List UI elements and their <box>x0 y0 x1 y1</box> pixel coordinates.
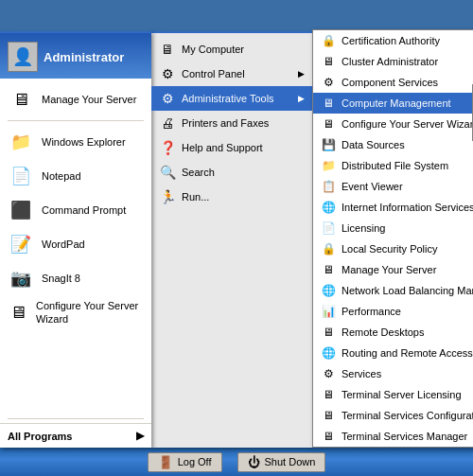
icon-help-support: ❓ <box>159 139 176 156</box>
all-programs-button[interactable]: All Programs ▶ <box>0 423 151 448</box>
icon-my-computer: 🖥 <box>159 41 176 58</box>
label-printers-faxes: Printers and Faxes <box>182 117 269 129</box>
right-item-my-computer[interactable]: 🖥 My Computer <box>151 37 312 62</box>
label-control-panel: Control Panel <box>182 68 245 79</box>
submenu-item-remote-desktops[interactable]: 🖥 Remote Desktops <box>313 322 473 343</box>
submenu-item-iis-manager[interactable]: 🌐 Internet Information Services (IIS) Ma… <box>313 197 473 218</box>
label-ts-licensing: Terminal Server Licensing <box>342 389 462 400</box>
right-item-printers-faxes[interactable]: 🖨 Printers and Faxes <box>151 111 312 135</box>
label-routing-access: Routing and Remote Access <box>342 347 473 359</box>
label-manage-server: Manage Your Server <box>342 264 436 275</box>
icon-run: 🏃 <box>159 188 176 205</box>
label-data-sources: Data Sources <box>342 139 405 150</box>
submenu-item-routing-access[interactable]: 🌐 Routing and Remote Access <box>313 343 473 363</box>
label-cert-authority: Certification Authority <box>342 35 440 46</box>
submenu-item-event-viewer[interactable]: 📋 Event Viewer <box>313 176 473 197</box>
icon-wordpad: 📝 <box>8 231 34 257</box>
submenu-item-cluster-admin[interactable]: 🖥 Cluster Administrator <box>313 51 473 72</box>
icon-configure-wizard: 🖥 <box>321 116 336 132</box>
icon-event-viewer: 📋 <box>321 179 336 194</box>
user-name: Administrator <box>44 50 124 64</box>
icon-printers-faxes: 🖨 <box>159 115 176 132</box>
left-item-snagit[interactable]: 📷 SnagIt 8 <box>0 261 151 295</box>
logoff-label: Log Off <box>178 456 212 467</box>
label-configure-wizard: Configure Your Server Wizard <box>36 299 144 326</box>
icon-admin-tools: ⚙ <box>159 90 176 107</box>
submenu-item-dfs[interactable]: 📁 Distributed File System <box>313 155 473 176</box>
submenu-item-component-services[interactable]: ⚙ Component Services <box>313 72 473 93</box>
icon-local-security: 🔒 <box>321 241 336 256</box>
icon-command-prompt: ⬛ <box>8 197 34 223</box>
label-run: Run... <box>182 191 209 203</box>
submenu-item-ts-licensing[interactable]: 🖥 Terminal Server Licensing <box>313 384 473 405</box>
submenu-item-ts-config[interactable]: 🖥 Terminal Services Configuration <box>313 405 473 426</box>
submenu-item-cert-authority[interactable]: 🔒 Certification Authority <box>313 30 473 51</box>
shutdown-button[interactable]: ⏻ Shut Down <box>237 452 326 472</box>
label-wordpad: WordPad <box>42 238 85 251</box>
submenu-item-ts-manager[interactable]: 🖥 Terminal Services Manager <box>313 426 473 447</box>
submenu-item-licensing[interactable]: 📄 Licensing <box>313 218 473 238</box>
arrow-control-panel: ▶ <box>298 69 305 79</box>
submenu-item-data-sources[interactable]: 💾 Data Sources <box>313 134 473 155</box>
submenu-item-performance[interactable]: 📊 Performance <box>313 301 473 322</box>
submenu-item-computer-mgmt[interactable]: 🖥 Computer Management <box>313 93 473 114</box>
icon-licensing: 📄 <box>321 220 336 236</box>
taskbar: 🚪 Log Off ⏻ Shut Down <box>0 448 473 476</box>
left-item-manage-your-server[interactable]: 🖥 Manage Your Server <box>0 82 151 116</box>
left-items: 🖥 Manage Your Server 📁 Windows Explorer … <box>0 79 151 414</box>
icon-notepad: 📄 <box>8 163 34 189</box>
label-dfs: Distributed File System <box>342 160 448 171</box>
label-licensing: Licensing <box>342 222 385 234</box>
logoff-button[interactable]: 🚪 Log Off <box>148 452 222 472</box>
submenu-item-nlb-manager[interactable]: 🌐 Network Load Balancing Manager <box>313 280 473 301</box>
icon-control-panel: ⚙ <box>159 65 176 82</box>
right-item-search[interactable]: 🔍 Search <box>151 160 312 185</box>
label-iis-manager: Internet Information Services (IIS) Mana… <box>342 202 473 213</box>
right-items: 🖥 My Computer ⚙ Control Panel ▶ ⚙ Admini… <box>151 33 312 448</box>
label-configure-wizard: Configure Your Server Wizard <box>342 118 473 130</box>
label-my-computer: My Computer <box>182 44 244 55</box>
icon-snagit: 📷 <box>8 265 34 291</box>
icon-search: 🔍 <box>159 164 176 181</box>
right-item-control-panel[interactable]: ⚙ Control Panel ▶ <box>151 62 312 86</box>
submenu-item-manage-server[interactable]: 🖥 Manage Your Server <box>313 259 473 280</box>
label-ts-manager: Terminal Services Manager <box>342 431 467 442</box>
label-computer-mgmt: Computer Management <box>342 97 451 109</box>
avatar: 👤 <box>8 42 38 72</box>
icon-ts-licensing: 🖥 <box>321 387 336 402</box>
submenu-item-local-security[interactable]: 🔒 Local Security Policy <box>313 238 473 259</box>
arrow-admin-tools: ▶ <box>298 94 305 103</box>
left-panel: 👤 Administrator 🖥 Manage Your Server 📁 W… <box>0 31 151 448</box>
label-manage-your-server: Manage Your Server <box>42 93 136 106</box>
label-component-services: Component Services <box>342 77 438 88</box>
all-programs-arrow: ▶ <box>136 430 144 442</box>
icon-ts-config: 🖥 <box>321 408 336 423</box>
submenu-item-services[interactable]: ⚙ Services <box>313 363 473 384</box>
user-section: 👤 Administrator <box>0 33 151 79</box>
left-item-configure-wizard[interactable]: 🖥 Configure Your Server Wizard <box>0 295 151 330</box>
icon-cert-authority: 🔒 <box>321 33 336 48</box>
label-windows-explorer: Windows Explorer <box>42 135 126 149</box>
left-item-windows-explorer[interactable]: 📁 Windows Explorer <box>0 125 151 159</box>
left-item-wordpad[interactable]: 📝 WordPad <box>0 227 151 261</box>
label-ts-config: Terminal Services Configuration <box>342 410 473 421</box>
right-item-help-support[interactable]: ❓ Help and Support <box>151 135 312 160</box>
label-remote-desktops: Remote Desktops <box>342 326 424 338</box>
shutdown-icon: ⏻ <box>248 455 260 469</box>
right-item-run[interactable]: 🏃 Run... <box>151 185 312 209</box>
icon-computer-mgmt: 🖥 <box>321 96 336 111</box>
logoff-icon: 🚪 <box>158 455 173 469</box>
label-event-viewer: Event Viewer <box>342 181 403 192</box>
label-snagit: SnagIt 8 <box>42 272 80 285</box>
right-item-admin-tools[interactable]: ⚙ Administrative Tools ▶ <box>151 86 312 111</box>
icon-manage-server: 🖥 <box>321 262 336 277</box>
icon-configure-wizard: 🖥 <box>8 299 28 326</box>
left-item-command-prompt[interactable]: ⬛ Command Prompt <box>0 193 151 227</box>
left-item-notepad[interactable]: 📄 Notepad <box>0 159 151 193</box>
submenu-item-configure-wizard[interactable]: 🖥 Configure Your Server Wizard <box>313 114 473 134</box>
all-programs-label: All Programs <box>8 431 72 442</box>
label-nlb-manager: Network Load Balancing Manager <box>342 285 473 296</box>
icon-manage-your-server: 🖥 <box>8 86 34 113</box>
icon-dfs: 📁 <box>321 158 336 173</box>
icon-ts-manager: 🖥 <box>321 429 336 444</box>
